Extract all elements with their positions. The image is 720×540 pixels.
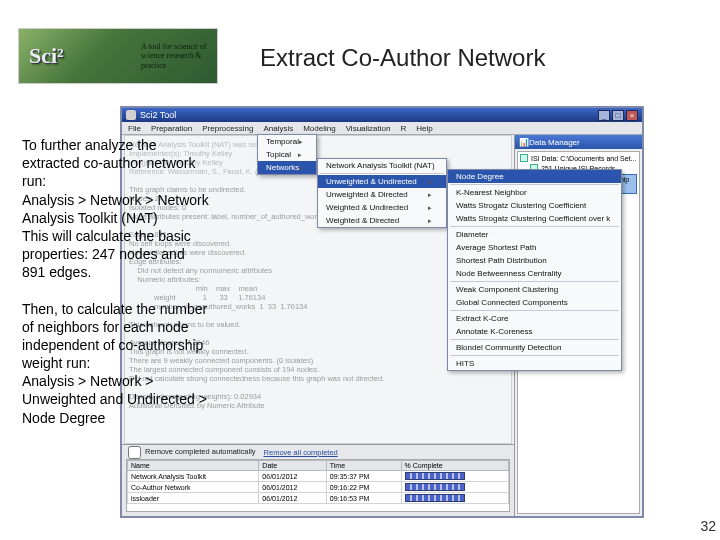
uu-wcc[interactable]: Weak Component Clustering <box>448 283 621 296</box>
analysis-topical[interactable]: Topical <box>258 148 316 161</box>
remove-all-link[interactable]: Remove all completed <box>264 448 338 457</box>
task-panel: Remove completed automatically Remove al… <box>122 444 514 516</box>
window-titlebar[interactable]: Sci2 Tool _ □ × <box>122 108 642 122</box>
remove-completed-checkbox[interactable]: Remove completed automatically <box>128 446 256 459</box>
networks-ud[interactable]: Unweighted & Directed <box>318 188 446 201</box>
menu-preparation[interactable]: Preparation <box>151 124 192 133</box>
instruction-text: To further analyze the extracted co-auth… <box>22 136 210 445</box>
uu-wscc-k[interactable]: Watts Strogatz Clustering Coefficient ov… <box>448 212 621 225</box>
data-manager-title: 📊 Data Manager <box>515 135 642 149</box>
menu-visualization[interactable]: Visualization <box>346 124 391 133</box>
networks-menu: Network Analysis Toolkit (NAT) Unweighte… <box>317 158 447 228</box>
uu-menu: Node Degree K-Nearest Neighbor Watts Str… <box>447 169 622 371</box>
uu-knn[interactable]: K-Nearest Neighbor <box>448 186 621 199</box>
uu-gcc[interactable]: Global Connected Components <box>448 296 621 309</box>
networks-wu[interactable]: Weighted & Undirected <box>318 201 446 214</box>
page-title: Extract Co-Author Network <box>260 44 545 72</box>
task-row[interactable]: issloader06/01/201209:16:53 PM <box>128 493 509 504</box>
page-number: 32 <box>700 518 716 534</box>
uu-ann-kcore[interactable]: Annotate K-Coreness <box>448 325 621 338</box>
uu-wscc[interactable]: Watts Strogatz Clustering Coefficient <box>448 199 621 212</box>
menu-file[interactable]: File <box>128 124 141 133</box>
networks-nat[interactable]: Network Analysis Toolkit (NAT) <box>318 159 446 172</box>
close-button[interactable]: × <box>626 110 638 121</box>
networks-wd[interactable]: Weighted & Directed <box>318 214 446 227</box>
sci2-logo: Sci² <box>29 43 64 69</box>
menu-r[interactable]: R <box>400 124 406 133</box>
menu-modeling[interactable]: Modeling <box>303 124 335 133</box>
task-grid: Name Date Time % Complete Network Analys… <box>126 459 510 512</box>
menubar: File Preparation Preprocessing Analysis … <box>122 122 642 135</box>
uu-spd[interactable]: Shortest Path Distribution <box>448 254 621 267</box>
uu-blondel[interactable]: Blondel Community Detection <box>448 341 621 354</box>
menu-preprocessing[interactable]: Preprocessing <box>202 124 253 133</box>
task-row[interactable]: Network Analysis Toolkit06/01/201209:35:… <box>128 471 509 482</box>
menu-help[interactable]: Help <box>416 124 432 133</box>
dm-item-0[interactable]: ISI Data: C:\Documents and Set... <box>520 154 637 163</box>
uu-diameter[interactable]: Diameter <box>448 228 621 241</box>
uu-nbc[interactable]: Node Betweenness Centrality <box>448 267 621 280</box>
uu-asp[interactable]: Average Shortest Path <box>448 241 621 254</box>
max-button[interactable]: □ <box>612 110 624 121</box>
analysis-temporal[interactable]: Temporal <box>258 135 316 148</box>
min-button[interactable]: _ <box>598 110 610 121</box>
task-row[interactable]: Co-Author Network06/01/201209:16:22 PM <box>128 482 509 493</box>
uu-node-degree[interactable]: Node Degree <box>448 170 621 183</box>
sci2-badge: Sci² A tool for science of science resea… <box>18 28 218 84</box>
app-icon <box>126 110 136 120</box>
analysis-networks[interactable]: Networks <box>258 161 316 174</box>
uu-kcore[interactable]: Extract K-Core <box>448 312 621 325</box>
uu-hits[interactable]: HITS <box>448 357 621 370</box>
analysis-menu: Temporal Topical Networks <box>257 134 317 175</box>
sci2-tagline: A tool for science of science research &… <box>141 42 211 71</box>
menu-analysis[interactable]: Analysis <box>263 124 293 133</box>
window-title: Sci2 Tool <box>140 110 176 120</box>
networks-uu[interactable]: Unweighted & Undirected <box>318 175 446 188</box>
